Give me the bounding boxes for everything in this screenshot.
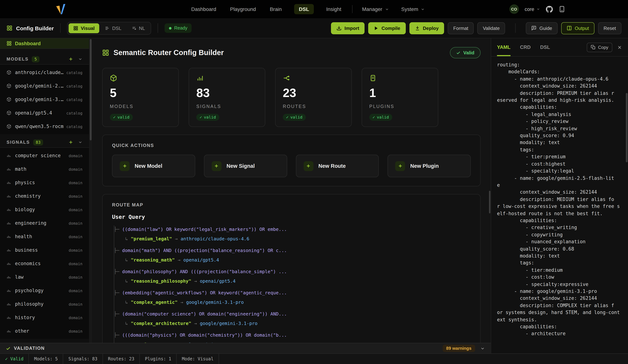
manager-menu[interactable]: Manager — [362, 6, 389, 12]
nav-divider — [352, 5, 353, 13]
add-signal-icon[interactable] — [68, 140, 73, 145]
signal-list-item[interactable]: economics domain — [0, 257, 89, 270]
quick-action-button[interactable]: New Plugin — [388, 155, 471, 177]
sidebar-item-dashboard[interactable]: Dashboard — [0, 38, 89, 49]
signal-list-item[interactable]: philosophy domain — [0, 297, 89, 311]
model-list-item[interactable]: google/gemini-3.… catalog — [0, 93, 89, 106]
signals-header-label: SIGNALS — [6, 140, 30, 145]
github-icon[interactable] — [546, 6, 553, 13]
route-name: "reasoning_math" — [131, 257, 175, 263]
arrow-right-icon: → — [178, 257, 180, 263]
signal-list-item[interactable]: business domain — [0, 243, 89, 257]
play-icon — [374, 26, 379, 30]
stat-card-models[interactable]: 5 MODELS ✓valid — [102, 68, 179, 127]
nav-playground[interactable]: Playground — [229, 4, 257, 14]
quick-action-button[interactable]: New Signal — [204, 155, 287, 177]
nav-insight[interactable]: Insight — [325, 4, 343, 14]
stat-label: SIGNALS — [196, 104, 258, 109]
device-icon[interactable] — [559, 6, 565, 12]
yaml-scrollbar[interactable] — [626, 93, 628, 162]
model-tag: catalog — [66, 111, 82, 115]
mode-visual-button[interactable]: Visual — [69, 23, 99, 33]
close-icon[interactable] — [617, 45, 622, 50]
signal-tag: domain — [69, 180, 82, 185]
add-model-icon[interactable] — [68, 57, 73, 62]
check-icon — [6, 346, 10, 351]
signal-list-item[interactable]: chemistry domain — [0, 189, 89, 203]
validation-bar[interactable]: VALIDATION 89 warnings — [0, 343, 491, 354]
signal-list-item[interactable]: other domain — [0, 324, 89, 338]
signal-list-item[interactable]: history domain — [0, 311, 89, 324]
guide-button[interactable]: Guide — [526, 22, 557, 34]
model-list-item[interactable]: anthropic/claude… catalog — [0, 66, 89, 79]
collapse-signals-icon[interactable] — [78, 140, 82, 145]
model-tag: catalog — [66, 70, 82, 74]
quick-action-button[interactable]: New Route — [296, 155, 379, 177]
cube-icon — [6, 97, 11, 102]
signal-list-item[interactable]: psychology domain — [0, 284, 89, 297]
mode-nl-button[interactable]: NL — [127, 23, 150, 33]
stat-value: 1 — [369, 86, 431, 100]
quick-action-button[interactable]: New Model — [112, 155, 195, 177]
route-entry[interactable]: ├─ (((domain("physics") OR domain("chemi… — [114, 331, 471, 343]
output-tabs: YAML CRD DSL Copy — [491, 38, 628, 57]
route-entry[interactable]: ├─ domain("math") AND ((projection("bala… — [114, 247, 471, 264]
signal-list-item[interactable]: health domain — [0, 230, 89, 243]
route-entry[interactable]: ├─ domain("philosophy") AND (((projectio… — [114, 268, 471, 285]
mode-dsl-button[interactable]: DSL — [100, 23, 126, 33]
stat-label: PLUGINS — [369, 104, 431, 109]
model-list-item[interactable]: google/gemini-2.… catalog — [0, 79, 89, 93]
valid-status-badge: Valid — [450, 47, 480, 58]
arrow-right-icon: → — [172, 342, 175, 343]
signal-list-item[interactable]: computer science domain — [0, 149, 89, 162]
nav-brain[interactable]: Brain — [268, 4, 283, 14]
tab-dsl[interactable]: DSL — [540, 38, 550, 56]
model-name: google/gemini-3.… — [15, 97, 64, 102]
avatar[interactable]: CO — [509, 4, 519, 14]
plugin-icon — [369, 74, 377, 82]
plus-icon — [120, 161, 130, 171]
tab-yaml[interactable]: YAML — [497, 38, 511, 56]
sidebar-scrollbar[interactable] — [89, 38, 92, 343]
nav-dashboard[interactable]: Dashboard — [190, 4, 218, 14]
model-list-item[interactable]: qwen/qwen3.5-rocm catalog — [0, 120, 89, 133]
signal-list-item[interactable]: engineering domain — [0, 216, 89, 230]
stat-card-signals[interactable]: 83 SIGNALS ✓valid — [189, 68, 265, 127]
signal-list-item[interactable]: biology domain — [0, 203, 89, 216]
model-list-item[interactable]: openai/gpt5.4 catalog — [0, 106, 89, 120]
validate-button[interactable]: Validate — [477, 22, 505, 34]
signal-list-item[interactable]: physics domain — [0, 176, 89, 189]
grid-icon — [102, 49, 109, 56]
copy-button[interactable]: Copy — [587, 43, 612, 52]
account-menu[interactable]: core — [525, 6, 540, 12]
signal-list-item[interactable]: math domain — [0, 162, 89, 176]
stat-card-routes[interactable]: 23 ROUTES ✓valid — [275, 68, 352, 127]
route-entry[interactable]: ├─ (embedding("agentic_workflows") OR ke… — [114, 289, 471, 306]
yaml-code[interactable]: routing: modelCards: - name: anthropic/c… — [491, 57, 628, 354]
status-dot-icon — [169, 27, 172, 29]
reset-button[interactable]: Reset — [598, 22, 622, 34]
compile-button[interactable]: Compile — [368, 22, 406, 34]
output-button[interactable]: Output — [561, 22, 594, 34]
deploy-button[interactable]: Deploy — [409, 22, 444, 34]
warnings-badge[interactable]: 89 warnings — [442, 345, 475, 352]
format-button[interactable]: Format — [448, 22, 474, 34]
collapse-models-icon[interactable] — [78, 57, 82, 61]
expand-validation-icon[interactable] — [480, 346, 485, 351]
copy-icon — [591, 45, 596, 50]
main-scrollbar[interactable] — [489, 191, 490, 213]
chevron-down-icon — [421, 7, 425, 11]
route-entry[interactable]: ├─ (domain("computer science") OR domain… — [114, 310, 471, 327]
route-entry[interactable]: ├─ ((domain("law") OR keyword("legal_ris… — [114, 225, 471, 243]
import-button[interactable]: Import — [331, 22, 365, 34]
model-tag: catalog — [66, 124, 82, 129]
tab-crd[interactable]: CRD — [520, 38, 531, 56]
nav-dsl[interactable]: DSL — [294, 4, 314, 14]
route-target-row: ↳"reasoning_philosophy"→openai/gpt5.4 — [114, 277, 471, 285]
model-tag: catalog — [66, 84, 82, 88]
route-model: anthropic/claude-opus-4.6 — [181, 236, 249, 241]
signal-list-item[interactable]: law domain — [0, 270, 89, 284]
stat-card-plugins[interactable]: 1 PLUGINS ✓valid — [362, 68, 438, 127]
system-menu[interactable]: System — [401, 6, 425, 12]
main-content: Semantic Router Config Builder Valid 5 M… — [92, 38, 491, 343]
